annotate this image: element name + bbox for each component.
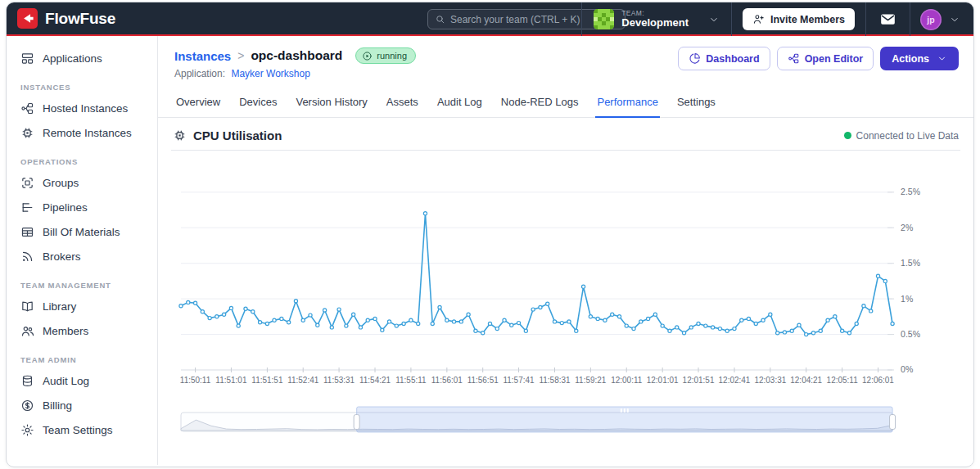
navbar-right-cluster: TEAM: Development Invite Members jp [581, 2, 973, 36]
status-badge: running [355, 47, 416, 64]
sidebar-item-label: Hosted Instances [43, 102, 128, 115]
team-switcher[interactable]: TEAM: Development [582, 2, 731, 36]
sidebar-section-team-management: TEAM MANAGEMENT [7, 268, 157, 294]
sidebar-item-billing[interactable]: Billing [7, 393, 157, 417]
svg-text:12:02:41: 12:02:41 [719, 376, 751, 385]
sidebar-item-label: Groups [43, 177, 79, 189]
svg-text:11:51:01: 11:51:01 [215, 376, 247, 385]
chart-header: CPU Utilisation Connected to Live Data [171, 129, 960, 151]
sidebar-item-label: Remote Instances [43, 127, 132, 139]
svg-text:11:53:31: 11:53:31 [323, 376, 355, 385]
tab-devices[interactable]: Devices [237, 91, 278, 117]
tab-bar: OverviewDevicesVersion HistoryAssetsAudi… [158, 91, 973, 118]
actions-button[interactable]: Actions [880, 47, 959, 70]
sidebar-item-label: Brokers [43, 250, 81, 263]
breadcrumb-instances-link[interactable]: Instances [174, 49, 231, 63]
application-link[interactable]: Mayker Workshop [231, 68, 309, 79]
tab-node-red-logs[interactable]: Node-RED Logs [499, 91, 580, 117]
team-name: Development [621, 17, 689, 29]
navbar-divider [865, 2, 866, 36]
invite-members-label: Invite Members [770, 14, 845, 25]
tab-assets[interactable]: Assets [385, 91, 420, 117]
sidebar-item-label: Applications [43, 52, 102, 65]
sidebar-item-bill-of-materials[interactable]: Bill Of Materials [7, 219, 157, 244]
invite-members-button[interactable]: Invite Members [743, 8, 855, 30]
sidebar-item-applications[interactable]: Applications [7, 46, 157, 70]
tab-performance[interactable]: Performance [595, 91, 659, 118]
sidebar-section-team-admin: TEAM ADMIN [7, 343, 157, 368]
instance-name: opc-dashboard [251, 48, 342, 63]
gear-icon [20, 423, 34, 437]
svg-text:0%: 0% [901, 365, 913, 374]
tab-audit-log[interactable]: Audit Log [436, 91, 484, 117]
svg-text:11:55:11: 11:55:11 [395, 376, 427, 385]
audit-log-icon [20, 374, 34, 388]
sidebar-item-groups[interactable]: Groups [7, 170, 157, 195]
svg-text:12:00:11: 12:00:11 [611, 376, 643, 385]
mail-icon[interactable] [879, 11, 896, 28]
open-editor-button[interactable]: Open Editor [777, 47, 874, 70]
sidebar-item-remote-instances[interactable]: Remote Instances [7, 120, 157, 145]
members-icon [20, 324, 34, 338]
svg-text:2%: 2% [901, 223, 913, 232]
page-header: Instances > opc-dashboard running Applic… [158, 36, 973, 79]
svg-text:11:50:11: 11:50:11 [180, 376, 211, 385]
sidebar-item-label: Bill Of Materials [43, 226, 120, 238]
svg-text:12:04:21: 12:04:21 [790, 376, 822, 385]
svg-text:11:57:41: 11:57:41 [504, 376, 535, 385]
actions-button-label: Actions [892, 53, 929, 65]
dashboard-button[interactable]: Dashboard [678, 47, 770, 70]
live-status-dot [844, 132, 851, 139]
groups-icon [20, 176, 34, 190]
editor-icon [788, 52, 800, 65]
person-plus-icon [752, 13, 765, 25]
app-window: FlowFuse TEAM: Development Invite Me [6, 2, 974, 467]
dashboard-button-label: Dashboard [706, 53, 759, 65]
pipelines-icon [20, 201, 34, 214]
library-icon [20, 300, 34, 313]
sidebar-item-pipelines[interactable]: Pipelines [7, 195, 157, 219]
chart-range-selector[interactable] [171, 406, 960, 434]
sidebar-item-hosted-instances[interactable]: Hosted Instances [7, 96, 157, 120]
svg-text:1.5%: 1.5% [901, 259, 920, 268]
breadcrumb-separator: > [237, 49, 244, 62]
brokers-icon [20, 250, 34, 264]
sidebar-item-brokers[interactable]: Brokers [7, 244, 157, 268]
sidebar-item-library[interactable]: Library [7, 294, 157, 318]
main-content: Instances > opc-dashboard running Applic… [158, 36, 973, 465]
header-actions: Dashboard Open Editor Actions [678, 47, 959, 70]
billing-icon [20, 399, 34, 413]
svg-text:12:03:31: 12:03:31 [754, 376, 786, 385]
svg-text:11:56:51: 11:56:51 [467, 376, 499, 385]
flowfuse-logo[interactable]: FlowFuse [17, 8, 115, 29]
svg-text:11:56:01: 11:56:01 [431, 376, 463, 385]
chart-title: CPU Utilisation [193, 129, 282, 142]
logo-text: FlowFuse [45, 10, 115, 28]
sidebar-item-members[interactable]: Members [7, 318, 157, 343]
tab-settings[interactable]: Settings [675, 91, 717, 117]
cpu-chip-icon [173, 129, 187, 142]
applications-icon [20, 52, 34, 65]
svg-text:12:06:01: 12:06:01 [862, 376, 894, 385]
sidebar-item-team-settings[interactable]: Team Settings [7, 417, 157, 442]
svg-text:0.5%: 0.5% [901, 330, 920, 339]
play-circle-icon [362, 51, 373, 61]
team-avatar [594, 9, 614, 29]
svg-text:11:58:31: 11:58:31 [539, 376, 571, 385]
node-link-icon [20, 101, 34, 115]
chip-icon [20, 126, 34, 140]
performance-panel: CPU Utilisation Connected to Live Data 0… [158, 118, 973, 434]
svg-text:11:59:21: 11:59:21 [575, 376, 607, 385]
svg-text:12:01:01: 12:01:01 [647, 376, 679, 385]
tab-overview[interactable]: Overview [174, 91, 222, 117]
sidebar-item-label: Audit Log [43, 375, 89, 387]
sidebar-item-audit-log[interactable]: Audit Log [7, 368, 157, 393]
cpu-chart: 0%0.5%1%1.5%2%2.5%11:50:1111:51:0111:51:… [171, 154, 960, 401]
user-menu[interactable]: jp [910, 9, 964, 30]
svg-text:11:54:21: 11:54:21 [359, 376, 391, 385]
open-editor-label: Open Editor [805, 53, 864, 65]
tab-version-history[interactable]: Version History [294, 91, 368, 117]
user-avatar: jp [920, 9, 942, 30]
top-navbar: FlowFuse TEAM: Development Invite Me [7, 2, 973, 36]
live-status-label: Connected to Live Data [856, 130, 959, 142]
